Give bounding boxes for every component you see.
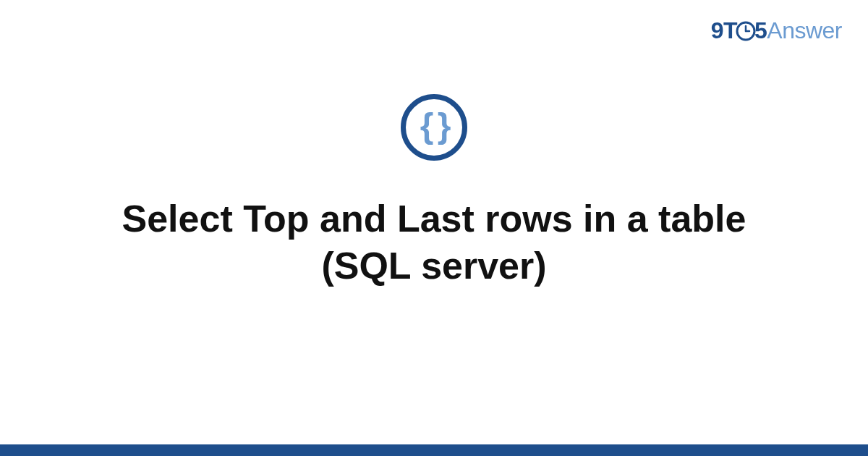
main-content: { } Select Top and Last rows in a table … xyxy=(0,94,868,290)
code-braces-icon: { } xyxy=(420,109,448,143)
clock-icon xyxy=(736,21,756,41)
brand-text-answer: Answer xyxy=(767,17,842,43)
category-icon-circle: { } xyxy=(401,94,467,161)
bottom-accent-bar xyxy=(0,444,868,456)
brand-text-9t: 9T xyxy=(711,17,737,43)
page-title: Select Top and Last rows in a table (SQL… xyxy=(109,195,760,290)
brand-logo: 9T5Answer xyxy=(711,17,842,44)
brand-text-5: 5 xyxy=(754,17,767,43)
